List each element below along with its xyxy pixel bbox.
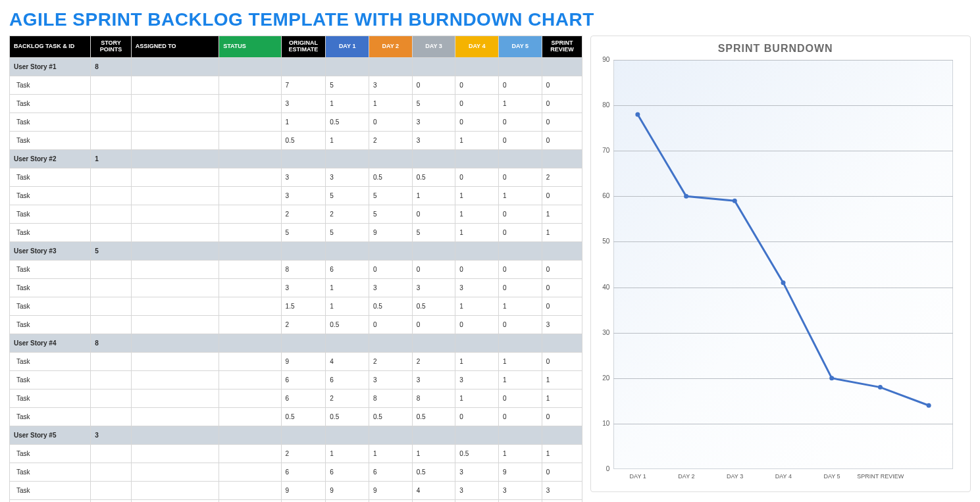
task-assigned (131, 315, 219, 334)
task-d2: 5 (369, 205, 412, 223)
col-review: SPRINT REVIEW (542, 36, 582, 58)
task-d3: 0 (412, 260, 455, 278)
task-d1: 4 (326, 352, 369, 370)
task-d4: 0 (455, 113, 499, 131)
task-assigned (131, 94, 219, 113)
task-d3: 0.5 (412, 297, 455, 315)
task-d3: 1 (412, 186, 455, 205)
task-name: Task (10, 370, 91, 389)
data-point (733, 199, 737, 203)
task-d1: 3 (326, 168, 369, 186)
task-assigned (131, 370, 219, 389)
task-d4: 0 (455, 76, 499, 94)
task-status (219, 297, 281, 315)
task-d5: 3 (499, 481, 542, 499)
task-rev: 0 (542, 76, 582, 94)
task-est: 9 (281, 352, 326, 370)
backlog-table-wrap: BACKLOG TASK & ID STORY POINTS ASSIGNED … (9, 36, 582, 502)
task-name: Task (10, 463, 91, 481)
task-d1: 1 (326, 131, 369, 149)
task-rev: 3 (542, 315, 582, 334)
task-row: Task6633311 (10, 370, 582, 389)
data-point (830, 376, 835, 380)
task-d5: 0 (499, 407, 542, 426)
task-d3: 5 (412, 223, 455, 241)
task-d3: 0.5 (412, 168, 455, 186)
task-row: Task0.50.50.50.5000 (10, 407, 582, 426)
task-status (219, 444, 281, 463)
story-points: 8 (91, 334, 132, 352)
task-est: 3 (281, 278, 326, 297)
task-status (219, 168, 281, 186)
task-assigned (131, 481, 219, 499)
task-row: Task9422110 (10, 352, 582, 370)
task-d4: 1 (455, 389, 499, 407)
task-d1: 6 (326, 260, 369, 278)
task-d2: 0 (369, 315, 412, 334)
task-status (219, 481, 281, 499)
task-d5: 0 (499, 260, 542, 278)
task-d4: 0 (455, 260, 499, 278)
col-points: STORY POINTS (91, 36, 132, 58)
task-row: Task21110.511 (10, 444, 582, 463)
task-d3: 3 (412, 113, 455, 131)
task-est: 3 (281, 186, 326, 205)
task-d5: 9 (499, 463, 542, 481)
task-name: Task (10, 352, 91, 370)
task-est: 6 (281, 370, 326, 389)
task-d5: 0 (499, 315, 542, 334)
task-d2: 0.5 (369, 407, 412, 426)
task-status (219, 131, 281, 149)
task-est: 6 (281, 389, 326, 407)
task-est: 1 (281, 113, 326, 131)
task-d4: 0 (455, 315, 499, 334)
task-d5: 1 (499, 352, 542, 370)
task-d2: 2 (369, 352, 412, 370)
task-status (219, 389, 281, 407)
task-status (219, 260, 281, 278)
task-assigned (131, 131, 219, 149)
data-point (878, 385, 883, 389)
task-est: 3 (281, 94, 326, 113)
task-name: Task (10, 278, 91, 297)
task-status (219, 463, 281, 481)
task-status (219, 223, 281, 241)
task-status (219, 499, 281, 502)
main-layout: BACKLOG TASK & ID STORY POINTS ASSIGNED … (9, 36, 971, 502)
data-point (927, 403, 931, 408)
task-d5: 1 (499, 94, 542, 113)
story-name: User Story #2 (10, 149, 91, 168)
task-d3: 0.5 (412, 407, 455, 426)
task-assigned (131, 389, 219, 407)
story-name: User Story #3 (10, 241, 91, 260)
task-rev: 0 (542, 463, 582, 481)
task-rev: 0 (542, 113, 582, 131)
story-name: User Story #4 (10, 334, 91, 352)
task-est: 2 (281, 315, 326, 334)
task-d5: 0 (499, 499, 542, 502)
col-day5: DAY 5 (499, 36, 542, 58)
task-row: Task5595101 (10, 223, 582, 241)
task-d5: 0 (499, 278, 542, 297)
task-est: 0.5 (281, 407, 326, 426)
story-row: User Story #53 (10, 426, 582, 444)
task-assigned (131, 168, 219, 186)
table-header-row: BACKLOG TASK & ID STORY POINTS ASSIGNED … (10, 36, 582, 58)
task-d1: 1 (326, 297, 369, 315)
burndown-chart-card: SPRINT BURNDOWN 0102030405060708090DAY 1… (590, 36, 971, 492)
col-day1: DAY 1 (326, 36, 369, 58)
task-name: Task (10, 168, 91, 186)
task-name: Task (10, 499, 91, 502)
task-rev: 1 (542, 205, 582, 223)
task-d4: 1 (455, 223, 499, 241)
story-row: User Story #35 (10, 241, 582, 260)
task-d2: 0.5 (369, 499, 412, 502)
task-row: Task10.503000 (10, 113, 582, 131)
task-status (219, 113, 281, 131)
task-name: Task (10, 76, 91, 94)
task-d1: 0.5 (326, 407, 369, 426)
task-name: Task (10, 94, 91, 113)
task-d5: 1 (499, 370, 542, 389)
burndown-line (638, 114, 929, 405)
task-d3: 8 (412, 389, 455, 407)
